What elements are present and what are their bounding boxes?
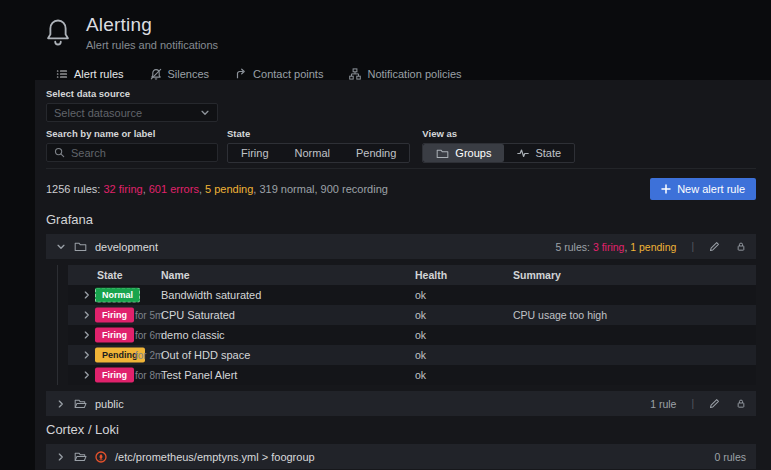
sitemap-icon <box>349 68 361 80</box>
rule-row-cpu-saturated[interactable]: Firingfor 5mCPU SaturatedokCPU usage too… <box>68 305 756 325</box>
pending-duration: for 8m <box>135 370 163 381</box>
datasource-label: Select data source <box>46 88 756 99</box>
rule-group-public[interactable]: public1 rule| <box>46 391 756 416</box>
group-stats: 1 rule <box>650 398 676 410</box>
rules-table: StateNameHealthSummaryNormalBandwidth sa… <box>57 265 756 385</box>
state-badge: Firing <box>95 368 134 383</box>
chevron-right-icon[interactable] <box>56 452 66 462</box>
state-filter-label: State <box>227 128 410 139</box>
state-filter-group: FiringNormalPending <box>227 143 410 163</box>
tab-label: Contact points <box>253 68 323 80</box>
datasource-select[interactable]: Select datasource <box>46 103 218 122</box>
summary-part: 32 firing <box>103 183 142 195</box>
chevron-down-icon[interactable] <box>56 242 66 252</box>
page-header: Alerting Alert rules and notifications A… <box>0 0 771 89</box>
folder-open-icon <box>74 398 87 409</box>
group-stats: 5 rules: 3 firing, 1 pending <box>556 241 677 253</box>
rule-summary: CPU usage too high <box>513 309 607 321</box>
view-as-option-label: Groups <box>455 147 491 159</box>
rule-health: ok <box>415 369 426 381</box>
page-title: Alerting <box>86 14 218 36</box>
separator: | <box>684 398 701 409</box>
folder-open-icon <box>74 451 87 462</box>
folder-icon <box>436 148 449 159</box>
rules-table-header: StateNameHealthSummary <box>68 265 756 285</box>
plus-icon <box>661 184 671 194</box>
list-icon <box>56 68 68 80</box>
tab-label: Silences <box>168 68 210 80</box>
summary-part: 5 pending <box>205 183 253 195</box>
state-badge: Firing <box>95 308 134 323</box>
section-cortex-loki: Cortex / Loki/etc/prometheus/emptyns.yml… <box>46 422 756 470</box>
rule-name: Bandwidth saturated <box>161 289 261 301</box>
rule-row-bandwidth-saturated[interactable]: NormalBandwidth saturatedok <box>68 285 756 305</box>
chevron-right-icon[interactable] <box>56 399 66 409</box>
view-as-toggle: GroupsState <box>422 143 575 163</box>
rules-summary: 1256 rules: 32 firing, 601 errors, 5 pen… <box>46 183 388 195</box>
rule-name: Out of HDD space <box>161 349 250 361</box>
summary-part: , 319 normal, 900 recording <box>253 183 388 195</box>
new-alert-rule-button[interactable]: New alert rule <box>650 178 756 200</box>
rule-health: ok <box>415 329 426 341</box>
section-title: Grafana <box>46 212 756 227</box>
rule-group-development[interactable]: development5 rules: 3 firing, 1 pending| <box>46 234 756 259</box>
share-icon <box>235 68 247 80</box>
page-subtitle: Alert rules and notifications <box>86 39 218 51</box>
tab-label: Alert rules <box>74 68 124 80</box>
datasource-select-value: Select datasource <box>54 107 142 119</box>
view-as-state[interactable]: State <box>504 144 574 162</box>
expand-chevron-icon[interactable] <box>82 330 92 340</box>
state-filter-normal[interactable]: Normal <box>282 144 343 162</box>
rule-row-test-panel-alert[interactable]: Firingfor 8mTest Panel Alertok <box>68 365 756 385</box>
rule-health: ok <box>415 349 426 361</box>
search-field[interactable] <box>46 143 218 162</box>
pending-duration: for 5m <box>135 310 163 321</box>
state-filter-firing[interactable]: Firing <box>228 144 282 162</box>
group-name: development <box>95 241 158 253</box>
expand-chevron-icon[interactable] <box>82 310 92 320</box>
rule-name: Test Panel Alert <box>161 369 237 381</box>
folder-icon <box>74 241 87 252</box>
search-label: Search by name or label <box>46 128 218 139</box>
search-icon <box>54 147 65 158</box>
rule-name: demo classic <box>161 329 225 341</box>
content-panel: Select data source Select datasource Sea… <box>35 80 771 470</box>
view-as-groups[interactable]: Groups <box>423 144 504 162</box>
state-filter-pending[interactable]: Pending <box>343 144 409 162</box>
edit-icon[interactable] <box>709 241 720 252</box>
group-name: /etc/prometheus/emptyns.yml > foogroup <box>115 451 315 463</box>
group-name: public <box>95 398 124 410</box>
expand-chevron-icon[interactable] <box>82 350 92 360</box>
pending-duration: for 2m <box>135 350 163 361</box>
bell-slash-icon <box>150 68 162 80</box>
chevron-down-icon <box>200 108 210 118</box>
rule-sections: Grafanadevelopment5 rules: 3 firing, 1 p… <box>46 212 756 470</box>
group-stats: 0 rules <box>714 451 746 463</box>
lock-icon[interactable] <box>736 398 746 409</box>
lock-icon[interactable] <box>736 241 746 252</box>
summary-part: 1256 rules: <box>46 183 103 195</box>
new-alert-rule-label: New alert rule <box>677 183 745 195</box>
section-title: Cortex / Loki <box>46 422 756 437</box>
rule-row-out-of-hdd-space[interactable]: Pendingfor 2mOut of HDD spaceok <box>68 345 756 365</box>
rule-row-demo-classic[interactable]: Firingfor 6mdemo classicok <box>68 325 756 345</box>
summary-part: 601 errors <box>149 183 199 195</box>
rule-group-etc-prometheus-emptyns-yml-foogroup[interactable]: /etc/prometheus/emptyns.yml > foogroup0 … <box>46 444 756 469</box>
search-input[interactable] <box>71 147 210 159</box>
section-grafana: Grafanadevelopment5 rules: 3 firing, 1 p… <box>46 212 756 416</box>
state-badge: Normal <box>95 288 140 303</box>
expand-chevron-icon[interactable] <box>82 370 92 380</box>
view-as-label: View as <box>422 128 575 139</box>
edit-icon[interactable] <box>709 398 720 409</box>
rule-name: CPU Saturated <box>161 309 235 321</box>
state-badge: Firing <box>95 328 134 343</box>
view-as-option-label: State <box>535 147 561 159</box>
tab-label: Notification policies <box>367 68 461 80</box>
rule-health: ok <box>415 309 426 321</box>
pending-duration: for 6m <box>135 330 163 341</box>
grafana-alerting-page: Alerting Alert rules and notifications A… <box>0 0 771 470</box>
expand-chevron-icon[interactable] <box>82 290 92 300</box>
bell-icon <box>44 18 72 48</box>
prometheus-icon <box>95 451 107 463</box>
heartbeat-icon <box>517 147 529 159</box>
